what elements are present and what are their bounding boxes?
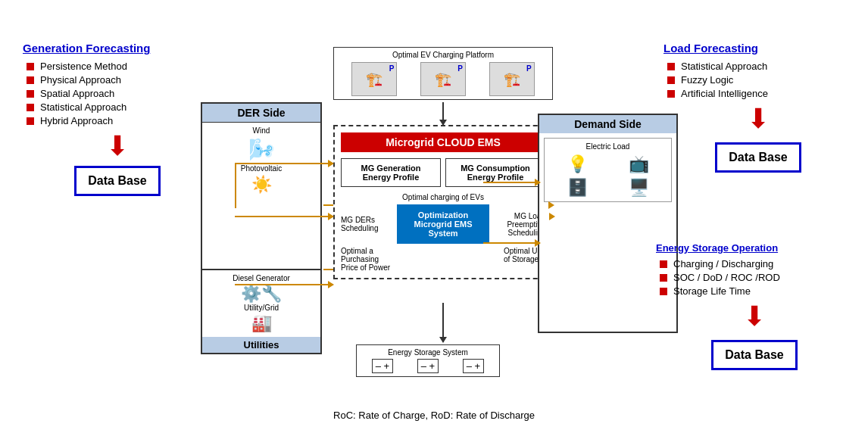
generator-label: Diesel Generator <box>206 274 317 282</box>
bullet-icon <box>27 104 34 111</box>
appliance-lamp: 💡 <box>548 154 606 174</box>
appliance-fridge: 🗄️ <box>548 178 606 198</box>
ev-images: 🏗️P 🏗️P 🏗️P <box>340 62 546 96</box>
pv-label: Photovoltaic <box>206 164 317 173</box>
storage-down-arrow-icon: ⬇ <box>656 303 853 330</box>
der-scheduling-label: MG DERsScheduling <box>341 216 394 232</box>
appliance-tv: 📺 <box>610 154 667 174</box>
list-item: Physical Approach <box>27 74 212 86</box>
der-side-header: DER Side <box>202 104 320 123</box>
solar-icon: ☀️ <box>206 175 317 195</box>
parking-icon: P <box>389 64 395 73</box>
arrowhead-2 <box>535 239 541 247</box>
utilities-box: Diesel Generator ⚙️🔧 Utility/Grid 🏭 Util… <box>201 269 322 354</box>
der-to-ems-arrow-2 <box>235 216 333 217</box>
load-forecasting-list: Statistical Approach Fuzzy Logic Artific… <box>663 61 853 99</box>
ev-platform-box: Optimal EV Charging Platform 🏗️P 🏗️P 🏗️P <box>333 47 553 100</box>
energy-storage-section: Energy Storage Operation Charging / Disc… <box>656 242 853 370</box>
appliances-grid: 💡 📺 🗄️ 🖥️ <box>548 154 667 198</box>
ev-building-2: 🏗️P <box>420 62 466 96</box>
der-vertical-connector <box>235 163 236 208</box>
ess-title: Energy Storage System <box>360 348 496 357</box>
wind-label: Wind <box>206 126 317 135</box>
gen-profile-label: MG GenerationEnergy Profile <box>361 164 421 182</box>
list-item: Statistical Approach <box>27 101 212 113</box>
arrow-group-1 <box>483 182 540 183</box>
parking-icon: P <box>457 64 463 73</box>
utilities-header: Utilities <box>202 337 320 353</box>
electric-load-box: Electric Load 💡 📺 🗄️ 🖥️ <box>544 138 672 202</box>
generator-icon: ⚙️🔧 <box>206 284 317 304</box>
battery-1: – + <box>372 359 393 373</box>
bottom-row: Optimal aPurchasingPrice of Power Optima… <box>341 247 545 272</box>
battery-2: – + <box>417 359 439 373</box>
list-item: Hybrid Approach <box>27 115 212 126</box>
diesel-section: Diesel Generator ⚙️🔧 Utility/Grid 🏭 <box>202 270 320 337</box>
list-item: SOC / DoD / ROC /ROD <box>660 272 853 283</box>
orange-arrow-2 <box>483 242 540 244</box>
bullet-icon <box>660 274 667 282</box>
ev-to-ems-arrow <box>442 102 444 125</box>
der-to-ems-arrow-3 <box>235 284 333 285</box>
utility-label: Utility/Grid <box>206 304 317 312</box>
gen-forecasting-list: Persistence Method Physical Approach Spa… <box>23 61 212 126</box>
list-item: Statistical Approach <box>667 61 853 72</box>
bullet-icon <box>660 288 667 295</box>
electric-load-title: Electric Load <box>548 142 667 151</box>
cloud-ems-section: Microgrid CLOUD EMS MG GenerationEnergy … <box>333 125 553 279</box>
list-item: Persistence Method <box>27 61 212 72</box>
charging-note: Optimal charging of EVs <box>341 193 545 201</box>
demand-side-header: Demand Side <box>539 115 676 133</box>
ev-building-3: 🏗️P <box>489 62 535 96</box>
bullet-icon <box>660 260 667 268</box>
footnote: RoC: Rate of Charge, RoD: Rate of Discha… <box>333 410 535 421</box>
orange-arrow-1 <box>483 182 540 183</box>
load-forecasting-title: Load Forecasting <box>663 42 853 55</box>
list-item: Fuzzy Logic <box>667 74 853 86</box>
energy-storage-title: Energy Storage Operation <box>656 242 853 254</box>
ev-platform-section: Optimal EV Charging Platform 🏗️P 🏗️P 🏗️P <box>333 47 553 108</box>
load-database-box: Data Base <box>715 142 801 173</box>
ev-building-1: 🏗️P <box>351 62 397 96</box>
ev-platform-title: Optimal EV Charging Platform <box>340 51 546 59</box>
bullet-icon <box>27 117 34 125</box>
load-forecasting-section: Load Forecasting Statistical Approach Fu… <box>663 42 853 173</box>
battery-3: – + <box>463 359 484 373</box>
ess-batteries: – + – + – + <box>360 359 496 373</box>
bullet-icon <box>27 63 34 70</box>
down-arrow-icon: ⬇ <box>23 132 212 160</box>
ems-to-ess-arrow <box>442 303 444 342</box>
load-down-arrow-icon: ⬇ <box>663 105 853 132</box>
ess-box: Energy Storage System – + – + – + <box>356 344 500 377</box>
generation-forecasting-section: Generation Forecasting Persistence Metho… <box>23 42 212 196</box>
arrow-group-2 <box>483 242 540 244</box>
der-side-content: Wind 🌬️ Photovoltaic ☀️ <box>202 123 320 201</box>
wind-icon: 🌬️ <box>206 137 317 162</box>
cons-profile-label: MG ConsumptionEnergy Profile <box>461 164 530 182</box>
bullet-icon <box>667 76 675 84</box>
list-item: Spatial Approach <box>27 88 212 99</box>
gen-database-box: Data Base <box>74 166 160 196</box>
list-item: Artificial Intelligence <box>667 88 853 99</box>
purchasing-label: Optimal aPurchasingPrice of Power <box>341 247 390 272</box>
gen-forecasting-title: Generation Forecasting <box>23 42 212 55</box>
list-item: Charging / Discharging <box>660 258 853 270</box>
energy-storage-list: Charging / Discharging SOC / DoD / ROC /… <box>656 258 853 297</box>
bullet-icon <box>667 63 675 70</box>
bullet-icon <box>27 76 34 84</box>
bullet-icon <box>667 90 675 98</box>
generation-profile-box: MG GenerationEnergy Profile <box>341 158 441 187</box>
list-item: Storage Life Time <box>660 285 853 297</box>
diagram-container: Generation Forecasting Persistence Metho… <box>0 0 868 430</box>
utility-icon: 🏭 <box>206 313 317 333</box>
middle-row: MG DERsScheduling OptimizationMicrogrid … <box>341 204 545 244</box>
storage-database-box: Data Base <box>711 340 797 370</box>
parking-icon: P <box>526 64 532 73</box>
arrowhead-1 <box>535 179 541 186</box>
cloud-ems-box: Microgrid CLOUD EMS MG GenerationEnergy … <box>333 125 553 279</box>
optimization-box: OptimizationMicrogrid EMSSystem <box>397 204 489 244</box>
bullet-icon <box>27 90 34 98</box>
der-to-ems-arrow-1 <box>235 163 333 164</box>
cloud-ems-title: Microgrid CLOUD EMS <box>341 132 545 152</box>
appliance-device: 🖥️ <box>610 178 667 198</box>
